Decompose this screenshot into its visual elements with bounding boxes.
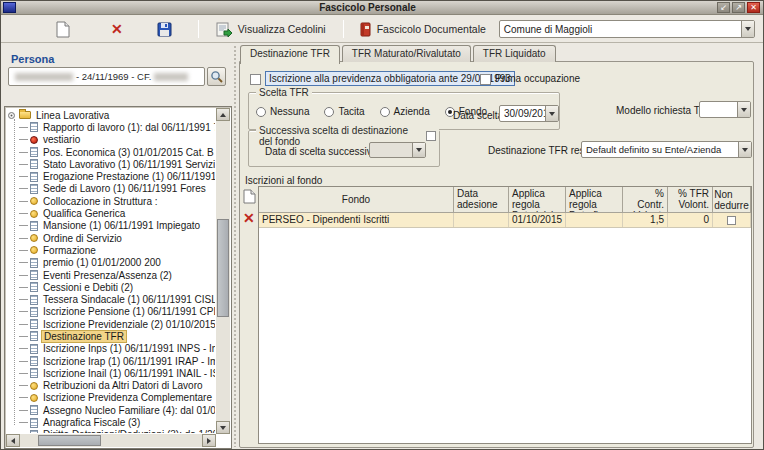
delete-button[interactable]: ✕: [111, 22, 123, 36]
radio-azienda[interactable]: Azienda: [380, 106, 430, 117]
radio-tacita[interactable]: Tacita: [324, 106, 364, 117]
iscrizione-ante-label[interactable]: Iscrizione alla previdenza obbligatoria …: [265, 71, 515, 86]
document-icon: [30, 418, 38, 428]
column-header[interactable]: % Contr. Volont.: [623, 187, 668, 213]
scroll-thumb[interactable]: [38, 435, 101, 446]
prima-occupazione-checkbox[interactable]: [480, 74, 491, 85]
column-header[interactable]: Non dedurre: [713, 187, 751, 213]
cell-tfr-volont[interactable]: 0: [668, 213, 713, 227]
destinazione-residuo-combobox[interactable]: Default definito su Ente/Azienda: [581, 141, 752, 158]
data-scelta-combobox[interactable]: 30/09/2015: [499, 105, 559, 122]
tab-destinazione-tfr[interactable]: Destinazione TFR: [240, 45, 340, 64]
column-header[interactable]: Data adesione: [454, 187, 509, 213]
tree-item[interactable]: Iscrizione Irap (1) 06/11/1991 IRAP - Im…: [7, 355, 215, 367]
tree-item[interactable]: Stato Lavorativo (1) 06/11/1991 Servizio…: [7, 158, 215, 170]
column-header[interactable]: Applica regola Data fine: [566, 187, 623, 213]
tree-item[interactable]: Formazione: [7, 244, 215, 256]
table-row[interactable]: PERSEO - Dipendenti Iscritti 01/10/2015 …: [259, 213, 751, 228]
tree-item[interactable]: Iscrizione Previdenza Complementare: [7, 392, 215, 404]
save-button[interactable]: [157, 22, 172, 37]
tree-item-label: Stato Lavorativo (1) 06/11/1991 Servizio…: [41, 159, 215, 170]
tree-item[interactable]: Iscrizione Pensione (1) 06/11/1991 CPDEL…: [7, 306, 215, 318]
non-dedurre-checkbox[interactable]: [727, 216, 736, 225]
tree-branch-line: [19, 373, 28, 374]
scroll-down-button[interactable]: [216, 421, 230, 434]
cell-data-inizio[interactable]: 01/10/2015: [509, 213, 566, 227]
tab-tfr-liquidato[interactable]: TFR Liquidato: [473, 45, 556, 62]
grid-delete-row-button[interactable]: ✕: [243, 211, 255, 225]
persona-field[interactable]: - 24/11/1969 - CF.: [8, 67, 205, 86]
cell-data-adesione[interactable]: [454, 213, 509, 227]
tree-item[interactable]: Eventi Presenza/Assenza (2): [7, 269, 215, 281]
persona-search-button[interactable]: [207, 67, 226, 86]
tree-item[interactable]: Cessioni e Debiti (2): [7, 281, 215, 293]
data-successiva-combobox[interactable]: [369, 142, 426, 158]
tree-item[interactable]: Iscrizione Inail (1) 06/11/1991 INAIL - …: [7, 367, 215, 379]
chevron-down-icon[interactable]: [741, 21, 754, 37]
tree-item[interactable]: Anagrafica Fiscale (3): [7, 416, 215, 428]
grid-new-row-button[interactable]: [243, 189, 256, 208]
scroll-right-button[interactable]: [202, 434, 216, 447]
visualizza-cedolini-button[interactable]: Visualizza Cedolini: [213, 20, 329, 39]
scroll-left-button[interactable]: [6, 434, 20, 447]
tree-vertical-scrollbar[interactable]: [216, 108, 230, 434]
title-bar[interactable]: Fascicolo Personale ↙ ↗ ✕: [1, 1, 763, 15]
tree-item[interactable]: Rapporto di lavoro (1): dal 06/11/1991 7…: [7, 121, 215, 133]
fascicolo-documentale-button[interactable]: Fascicolo Documentale: [356, 20, 489, 39]
ente-combobox[interactable]: Comune di Maggioli: [499, 20, 755, 38]
tree-item-label: Iscrizione Inail (1) 06/11/1991 INAIL - …: [41, 368, 215, 379]
cell-data-fine[interactable]: [566, 213, 623, 227]
cell-fondo[interactable]: PERSEO - Dipendenti Iscritti: [259, 213, 454, 227]
tree-horizontal-scrollbar[interactable]: [6, 434, 216, 447]
tree-toggle-icon[interactable]: [8, 112, 15, 119]
new-button[interactable]: [56, 21, 71, 38]
tree-branch-line: [19, 139, 28, 140]
tree-item[interactable]: Collocazione in Struttura :: [7, 195, 215, 207]
panel-splitter[interactable]: [233, 45, 238, 447]
tree-item[interactable]: Pos. Economica (3) 01/01/2015 Cat. B - P…: [7, 146, 215, 158]
scroll-up-button[interactable]: [216, 108, 230, 121]
cell-contr-volont[interactable]: 1,5: [623, 213, 668, 227]
maximize-button[interactable]: ↗: [732, 2, 745, 13]
chevron-down-icon[interactable]: [737, 102, 750, 117]
modello-richiesta-combobox[interactable]: [699, 101, 751, 118]
radio-nessuna[interactable]: Nessuna: [256, 106, 309, 117]
tree-item[interactable]: Mansione (1) 06/11/1991 Impiegato: [7, 220, 215, 232]
tree-item[interactable]: premio (1) 01/01/2000 200: [7, 257, 215, 269]
tree-item-label: Assegno Nucleo Familiare (4): dal 01/07/…: [41, 405, 215, 416]
tree-item[interactable]: Assegno Nucleo Familiare (4): dal 01/07/…: [7, 404, 215, 416]
scroll-thumb[interactable]: [217, 219, 229, 317]
tree-branch-line: [19, 299, 28, 300]
successiva-checkbox[interactable]: [426, 131, 436, 141]
tree-item[interactable]: Linea Lavorativa: [7, 109, 215, 121]
tab-tfr-maturato[interactable]: TFR Maturato/Rivalutato: [342, 45, 471, 62]
tree-item[interactable]: Qualifica Generica: [7, 207, 215, 219]
close-button[interactable]: ✕: [747, 2, 760, 13]
ente-value: Comune di Maggioli: [500, 24, 741, 35]
tree-item[interactable]: Tessera Sindacale (1) 06/11/1991 CISL: [7, 293, 215, 305]
column-header[interactable]: Applica regola Data inizio: [509, 187, 566, 213]
radio-label: Tacita: [338, 106, 364, 117]
tree-item[interactable]: Erogazione Prestazione (1) 06/11/1991 Pa…: [7, 170, 215, 182]
tree-item[interactable]: vestiario: [7, 134, 215, 146]
tree-branch-line: [19, 176, 28, 177]
tree-item[interactable]: Destinazione TFR: [7, 330, 215, 342]
tree-item[interactable]: Iscrizione Previdenziale (2) 01/10/2015 …: [7, 318, 215, 330]
chevron-down-icon[interactable]: [738, 142, 751, 157]
column-header[interactable]: % TFR Volont.: [668, 187, 713, 213]
tree-item[interactable]: Sede di Lavoro (1) 06/11/1991 Fores: [7, 183, 215, 195]
iscrizione-ante-checkbox[interactable]: [250, 74, 261, 85]
search-icon: [210, 70, 223, 83]
chevron-down-icon[interactable]: [412, 143, 425, 157]
minimize-button[interactable]: ↙: [717, 2, 730, 13]
folder-icon: [19, 111, 31, 119]
table-header-row: FondoData adesioneApplica regola Data in…: [259, 187, 751, 213]
tree-item[interactable]: Ordine di Servizio: [7, 232, 215, 244]
tree-branch-line: [19, 361, 28, 362]
document-icon: [30, 258, 38, 268]
column-header[interactable]: Fondo: [259, 187, 454, 213]
tree-item[interactable]: Diritto Detrazioni/Deduzioni (3): da 1/2…: [7, 429, 215, 433]
chevron-down-icon[interactable]: [545, 106, 558, 121]
tree-item[interactable]: Retribuzioni da Altri Datori di Lavoro: [7, 380, 215, 392]
tree-item[interactable]: Iscrizione Inps (1) 06/11/1991 INPS - Im…: [7, 343, 215, 355]
